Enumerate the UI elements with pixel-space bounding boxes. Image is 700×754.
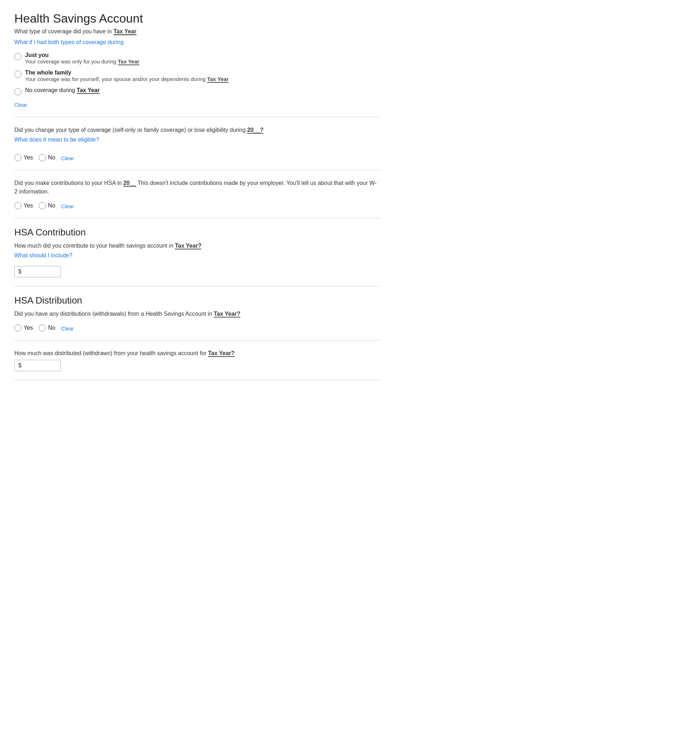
hsa-dist-amount-input-wrapper: $ xyxy=(14,360,61,371)
change-coverage-radio-row: Yes No Clear xyxy=(14,154,380,161)
page-subtitle: What type of coverage did you have in Ta… xyxy=(14,28,380,35)
coverage-label-no-coverage[interactable]: No coverage during Tax Year xyxy=(25,87,100,94)
change-coverage-clear-link[interactable]: Clear xyxy=(61,155,74,161)
change-coverage-yes-item: Yes xyxy=(14,154,33,161)
hsa-dist-amount-dollar-sign: $ xyxy=(18,362,22,369)
hsa-contribution-dollar-sign: $ xyxy=(18,268,22,275)
coverage-clear-link[interactable]: Clear xyxy=(14,102,27,108)
header-section: Health Savings Account What type of cove… xyxy=(14,11,380,117)
coverage-option-just-you: Just you Your coverage was only for you … xyxy=(14,52,380,64)
coverage-radio-group: Just you Your coverage was only for you … xyxy=(14,52,380,95)
hsa-distribution-yes-radio[interactable] xyxy=(14,324,22,332)
hsa-distribution-section: HSA Distribution Did you have any distri… xyxy=(14,286,380,341)
hsa-distribution-no-radio[interactable] xyxy=(39,324,46,332)
page-title: Health Savings Account xyxy=(14,11,380,25)
change-coverage-no-radio[interactable] xyxy=(39,154,46,161)
hsa-contributions-no-label[interactable]: No xyxy=(48,202,55,209)
change-coverage-help-link[interactable]: What does it mean to be eligible? xyxy=(14,136,99,143)
hsa-contributions-yes-radio[interactable] xyxy=(14,202,22,209)
hsa-contribution-input-wrapper: $ xyxy=(14,266,61,277)
hsa-contribution-amount-section: HSA Contribution How much did you contri… xyxy=(14,218,380,286)
hsa-distribution-question: Did you have any distributions (withdraw… xyxy=(14,310,380,318)
hsa-distribution-yes-item: Yes xyxy=(14,324,33,332)
hsa-contributions-yes-item: Yes xyxy=(14,202,33,209)
coverage-radio-just-you[interactable] xyxy=(14,53,22,60)
hsa-contributions-no-radio[interactable] xyxy=(39,202,46,209)
hsa-dist-amount-question: How much was distributed (withdrawn) fro… xyxy=(14,349,380,358)
hsa-contributions-section: Did you make contributions to your HSA i… xyxy=(14,170,380,218)
coverage-label-just-you[interactable]: Just you xyxy=(25,52,139,58)
hsa-contributions-no-item: No xyxy=(39,202,55,209)
coverage-label-whole-family[interactable]: The whole family xyxy=(25,69,228,76)
hsa-contribution-question: How much did you contribute to your heal… xyxy=(14,241,380,250)
change-coverage-no-label[interactable]: No xyxy=(48,155,55,161)
hsa-contributions-yes-label[interactable]: Yes xyxy=(23,202,33,209)
hsa-distribution-clear-link[interactable]: Clear xyxy=(61,325,74,332)
change-coverage-yes-radio[interactable] xyxy=(14,154,22,161)
coverage-help-link[interactable]: What if I had both types of coverage dur… xyxy=(14,39,123,45)
hsa-contribution-heading: HSA Contribution xyxy=(14,227,380,238)
coverage-sublabel-just-you: Your coverage was only for you during Ta… xyxy=(25,58,139,64)
hsa-dist-amount-input[interactable] xyxy=(23,362,56,369)
hsa-distribution-yes-label[interactable]: Yes xyxy=(23,325,33,331)
hsa-dist-amount-section: How much was distributed (withdrawn) fro… xyxy=(14,341,380,380)
hsa-contribution-help-link[interactable]: What should I include? xyxy=(14,252,72,259)
hsa-distribution-no-label[interactable]: No xyxy=(48,325,55,331)
hsa-contribution-input[interactable] xyxy=(23,268,56,275)
change-coverage-no-item: No xyxy=(39,154,55,161)
hsa-contributions-radio-row: Yes No Clear xyxy=(14,202,380,209)
change-coverage-yes-label[interactable]: Yes xyxy=(23,155,33,161)
hsa-distribution-heading: HSA Distribution xyxy=(14,295,380,306)
hsa-contributions-question: Did you make contributions to your HSA i… xyxy=(14,179,380,196)
hsa-distribution-no-item: No xyxy=(39,324,55,332)
hsa-distribution-radio-row: Yes No Clear xyxy=(14,324,380,332)
coverage-option-whole-family: The whole family Your coverage was for y… xyxy=(14,69,380,82)
change-coverage-question: Did you change your type of coverage (se… xyxy=(14,126,380,135)
coverage-sublabel-whole-family: Your coverage was for yourself, your spo… xyxy=(25,76,228,82)
change-coverage-section: Did you change your type of coverage (se… xyxy=(14,117,380,170)
coverage-radio-whole-family[interactable] xyxy=(14,70,22,78)
coverage-radio-no-coverage[interactable] xyxy=(14,88,22,95)
coverage-option-no-coverage: No coverage during Tax Year xyxy=(14,87,380,95)
hsa-contributions-clear-link[interactable]: Clear xyxy=(61,203,74,209)
